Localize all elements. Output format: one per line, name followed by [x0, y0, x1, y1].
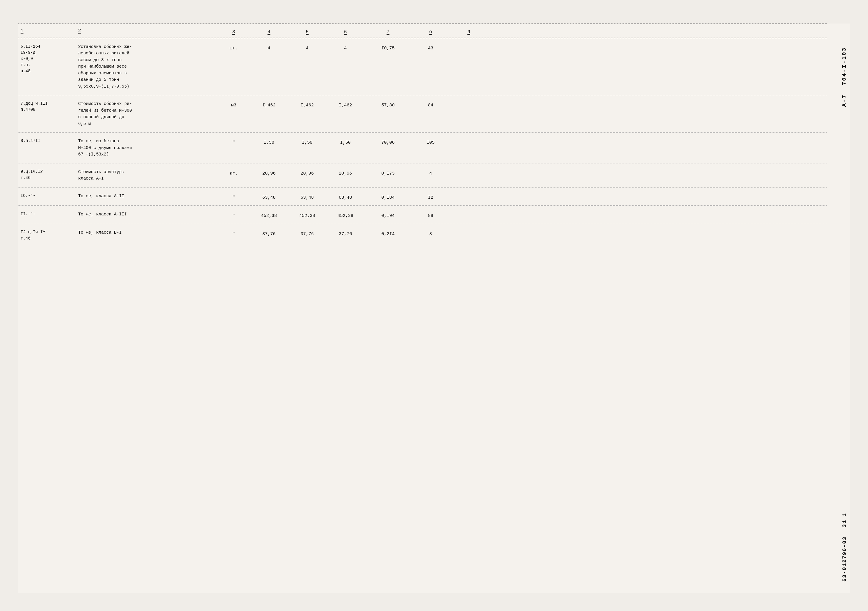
row2-col6: I,462 — [339, 103, 352, 108]
side-label-bottom4: 63-0 — [842, 567, 848, 582]
row4-col2: Стоимость арматуры класса А-I — [78, 170, 124, 181]
header-col3: 3 — [232, 29, 235, 35]
row6-col1: II.-"- — [20, 212, 35, 216]
side-label-top: 704-I-103 — [841, 47, 848, 85]
side-label-bottom2: 31 — [842, 519, 848, 527]
table-header: 1 2 3 4 5 6 7 о 9 — [18, 24, 827, 38]
row3-col2: То же, из бетона М-400 с двумя полками 6… — [78, 139, 132, 157]
row5-col7: 0,I84 — [381, 195, 394, 200]
row2-col2: Стоимость сборных ри- гелей из бетона М-… — [78, 101, 132, 126]
side-label-mid1: А-7 — [841, 94, 848, 107]
table-row: 9.ц.Iч.IУ т.46 Стоимость арматуры класса… — [18, 163, 827, 188]
row2-col1: 7.дсц ч.III п.4708 — [20, 101, 48, 112]
header-col5: 5 — [306, 29, 308, 35]
row7-col7: 0,2I4 — [381, 232, 394, 237]
row3-col3: " — [232, 140, 235, 145]
row6-col4: 452,38 — [261, 213, 277, 219]
row4-col1: 9.ц.Iч.IУ т.46 — [20, 169, 43, 180]
row1-col7: I0,75 — [381, 46, 394, 51]
row5-col6: 63,48 — [339, 195, 352, 200]
row4-col6: 20,96 — [339, 171, 352, 176]
row3-col8: I05 — [426, 140, 434, 145]
row6-col3: " — [232, 213, 235, 219]
row4-col3: кг. — [229, 171, 237, 176]
header-col6: 6 — [344, 29, 347, 35]
table-row: II.-"- То же, класса А-III " 452,38 452,… — [18, 206, 827, 224]
row4-col4: 20,96 — [262, 171, 276, 176]
row6-col2: То же, класса А-III — [78, 212, 127, 217]
row7-col3: " — [232, 232, 235, 237]
row5-col5: 63,48 — [301, 195, 314, 200]
row3-col4: I,50 — [264, 140, 274, 145]
row2-col4: I,462 — [262, 103, 276, 108]
row6-col8: 88 — [428, 213, 433, 219]
row7-col1: I2.ц.Iч.IУ т.46 — [20, 230, 45, 241]
row1-col2: Установка сборных же- лезобетонных ригел… — [78, 44, 132, 89]
row5-col8: I2 — [428, 195, 433, 200]
row6-col5: 452,38 — [299, 213, 315, 219]
table-body: 6.II-164 I9-9-д к-0,9 т.ч. п.48 Установк… — [18, 38, 827, 247]
row5-col1: IO.-"- — [20, 193, 35, 198]
row4-col8: 4 — [429, 171, 432, 176]
row6-col7: 0,I94 — [381, 213, 394, 219]
row1-col1: 6.II-164 I9-9-д к-0,9 т.ч. п.48 — [20, 44, 40, 73]
row7-col8: 8 — [429, 232, 432, 237]
row1-col4: 4 — [268, 46, 270, 51]
row1-col3: шт. — [229, 46, 237, 51]
row4-col5: 20,96 — [301, 171, 314, 176]
header-col7: 7 — [386, 29, 389, 35]
header-col9: 9 — [467, 29, 470, 35]
row2-col3: м3 — [231, 103, 236, 108]
table-row: 6.II-164 I9-9-д к-0,9 т.ч. п.48 Установк… — [18, 38, 827, 95]
row7-col5: 37,76 — [301, 232, 314, 237]
side-label-bottom1: 1 — [842, 513, 848, 516]
row7-col4: 37,76 — [262, 232, 276, 237]
table-row: IO.-"- То же, класса А-II " 63,48 63,48 … — [18, 188, 827, 206]
row2-col7: 57,30 — [381, 103, 394, 108]
row5-col4: 63,48 — [262, 195, 276, 200]
row4-col7: 0,I73 — [381, 171, 394, 176]
row6-col6: 452,38 — [338, 213, 353, 219]
row2-col8: 84 — [428, 103, 433, 108]
row3-col1: 8.п.47II — [20, 138, 40, 143]
table-row: I2.ц.Iч.IУ т.46 То же, класса В-I " 37,7… — [18, 224, 827, 247]
row5-col2: То же, класса А-II — [78, 194, 124, 198]
table-row: 7.дсц ч.III п.4708 Стоимость сборных ри-… — [18, 95, 827, 133]
row3-col5: I,50 — [302, 140, 312, 145]
row1-col8: 43 — [428, 46, 433, 51]
row5-col3: " — [232, 195, 235, 200]
row2-col5: I,462 — [301, 103, 314, 108]
row3-col6: I,50 — [340, 140, 351, 145]
header-col8: о — [429, 29, 432, 35]
row3-col7: 70,06 — [381, 140, 394, 145]
header-col1: 1 — [20, 28, 23, 34]
row1-col5: 4 — [306, 46, 308, 51]
side-label-bottom3: 12796-03 — [842, 537, 848, 566]
row7-col2: То же, класса В-I — [78, 230, 122, 235]
row1-col6: 4 — [344, 46, 347, 51]
header-col2: 2 — [78, 28, 81, 34]
row7-col6: 37,76 — [339, 232, 352, 237]
header-col4: 4 — [268, 29, 270, 35]
table-row: 8.п.47II То же, из бетона М-400 с двумя … — [18, 133, 827, 163]
